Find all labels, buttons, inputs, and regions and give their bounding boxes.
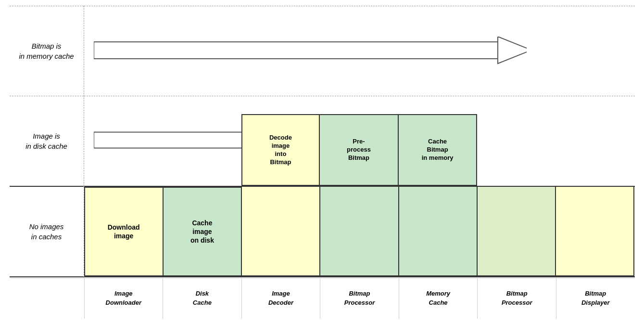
bottom-label-bitmap-processor-2: Bitmap Processor [477, 278, 556, 319]
block-display [556, 187, 634, 276]
content-area: Decode image into Bitmap Pre- process Bi… [84, 6, 635, 278]
label-top: Bitmap is in memory cache [10, 6, 84, 96]
block-cache-bitmap-mid: Cache Bitmap in memory [399, 114, 478, 186]
bottom-label-spacer [10, 278, 84, 319]
block-preprocess-bottom [320, 187, 399, 276]
block-cache-disk: Cache image on disk [164, 187, 242, 276]
main-area: Bitmap is in memory cache Image is in di… [10, 6, 635, 278]
svg-marker-2 [499, 39, 527, 62]
memory-cache-arrow [94, 37, 527, 65]
bottom-label-memory-cache: Memory Cache [399, 278, 478, 319]
block-download-image: Download image [84, 187, 164, 276]
bottom-label-image-downloader: Image Downloader [84, 278, 163, 319]
bottom-label-image-decoder: Image Decoder [241, 278, 320, 319]
bottom-label-bitmap-displayer: Bitmap Displayer [556, 278, 635, 319]
bottom-label-bitmap-processor-1: Bitmap Processor [320, 278, 399, 319]
bottom-labels-row: Image Downloader Disk Cache Image Decode… [10, 278, 635, 319]
label-middle-text: Image is in disk cache [25, 131, 67, 151]
block-cache-memory-bottom [399, 187, 478, 276]
label-top-text: Bitmap is in memory cache [19, 41, 74, 61]
top-row [84, 6, 635, 96]
blocks-row: Download image Cache image on disk [84, 187, 635, 276]
label-bottom-text: No images in caches [29, 221, 64, 242]
left-labels: Bitmap is in memory cache Image is in di… [10, 6, 84, 278]
stacked-blocks-partial: Decode image into Bitmap Pre- process Bi… [84, 96, 635, 186]
block-preprocess-bitmap-mid: Pre- process Bitmap [320, 114, 399, 186]
block-postprocess [478, 187, 556, 276]
middle-row: Decode image into Bitmap Pre- process Bi… [84, 96, 635, 187]
diagram-container: Bitmap is in memory cache Image is in di… [10, 6, 635, 319]
label-bottom: No images in caches [10, 187, 84, 277]
block-decode-image: Decode image into Bitmap [241, 114, 320, 186]
block-decode-bottom [242, 187, 320, 276]
label-middle: Image is in disk cache [10, 96, 84, 187]
bottom-label-disk-cache: Disk Cache [163, 278, 241, 319]
svg-rect-0 [94, 42, 498, 59]
bottom-row: Download image Cache image on disk [84, 187, 635, 277]
